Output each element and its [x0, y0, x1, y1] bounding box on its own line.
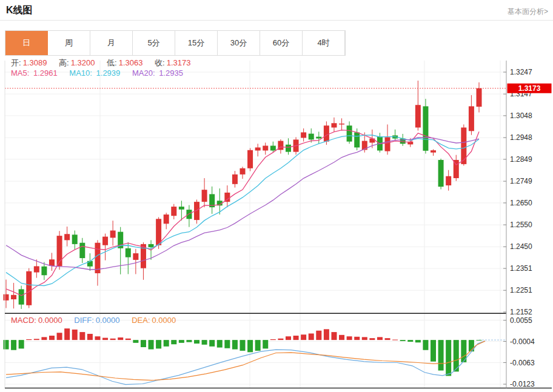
tab-30min[interactable]: 30分 [218, 31, 260, 55]
open-label: 开: [11, 58, 21, 67]
svg-text:1.3048: 1.3048 [510, 111, 532, 120]
svg-text:1.2948: 1.2948 [510, 133, 532, 142]
svg-text:1.2749: 1.2749 [510, 177, 532, 185]
tab-day[interactable]: 日 [5, 31, 48, 55]
svg-text:-0.0004: -0.0004 [510, 337, 535, 346]
macd-axis-labels: 0.0055-0.0004-0.0063-0.0123 [503, 316, 535, 389]
svg-text:-0.0123: -0.0123 [510, 380, 535, 388]
dea-line-layer [6, 341, 485, 380]
svg-text:1.2450: 1.2450 [510, 242, 532, 251]
svg-text:1.2849: 1.2849 [510, 155, 532, 164]
close-value: 1.3173 [167, 58, 191, 67]
ma5-line-layer [6, 130, 479, 296]
tab-4hour[interactable]: 4时 [303, 31, 345, 55]
ohlc-legend: 开:1.3089 高:1.3200 低:1.3063 收:1.3173 [11, 58, 192, 68]
dea-value: 0.0000 [152, 316, 176, 325]
ma-legend: MA5: 1.2961 MA10: 1.2939 MA20: 1.2935 [11, 68, 185, 78]
ma10-line-layer [6, 135, 479, 286]
dea-label: DEA: [132, 316, 150, 325]
dea-line [6, 341, 485, 380]
macd-label: MACD: [11, 316, 36, 325]
svg-text:1.2650: 1.2650 [510, 199, 532, 207]
ma5-label: MA5: [11, 68, 32, 78]
period-tab-bar: 日 周 月 5分 15分 30分 60分 4时 [5, 30, 346, 56]
ma20-line [6, 138, 479, 270]
high-value: 1.3200 [71, 58, 95, 67]
svg-text:1.2152: 1.2152 [510, 308, 532, 316]
tab-week[interactable]: 周 [48, 31, 90, 55]
open-value: 1.3089 [23, 58, 47, 67]
price-axis-labels: 1.32471.31471.30481.29481.28491.27491.26… [503, 68, 532, 316]
svg-text:0.0055: 0.0055 [510, 316, 532, 325]
svg-text:1.2351: 1.2351 [510, 264, 532, 273]
ma20-label: MA20: [132, 68, 157, 78]
ma20-value: 1.2935 [159, 68, 183, 78]
macd-value: 0.0000 [38, 316, 62, 325]
ma5-line [6, 130, 479, 296]
ma5-value: 1.2961 [33, 68, 58, 78]
macd-legend: MACD:0.0000 DIFF:0.0000 DEA:0.0000 [11, 316, 178, 325]
svg-text:1.2550: 1.2550 [510, 221, 532, 229]
ma10-value: 1.2939 [96, 68, 121, 78]
svg-text:1.3247: 1.3247 [510, 68, 532, 76]
svg-text:1.2251: 1.2251 [510, 286, 532, 294]
fundamental-analysis-link[interactable]: 基本面分析> [508, 7, 548, 17]
diff-value: 0.0000 [96, 316, 120, 325]
ma10-line [6, 135, 479, 286]
candles-layer [4, 81, 482, 309]
tab-60min[interactable]: 60分 [260, 31, 303, 55]
ma10-label: MA10: [69, 68, 94, 78]
low-value: 1.3063 [119, 58, 143, 67]
high-label: 高: [59, 58, 69, 67]
low-label: 低: [107, 58, 117, 67]
close-label: 收: [155, 58, 165, 67]
tab-5min[interactable]: 5分 [133, 31, 175, 55]
page-header: K线图 基本面分析> [0, 0, 553, 21]
svg-text:1.3173: 1.3173 [518, 84, 541, 93]
svg-text:-0.0063: -0.0063 [510, 359, 535, 367]
page-title: K线图 [6, 4, 33, 17]
tab-month[interactable]: 月 [90, 31, 133, 55]
diff-label: DIFF: [74, 316, 94, 325]
last-price-badge: 1.3173 [508, 84, 552, 93]
tab-15min[interactable]: 15分 [175, 31, 218, 55]
ma20-line-layer [6, 138, 479, 270]
